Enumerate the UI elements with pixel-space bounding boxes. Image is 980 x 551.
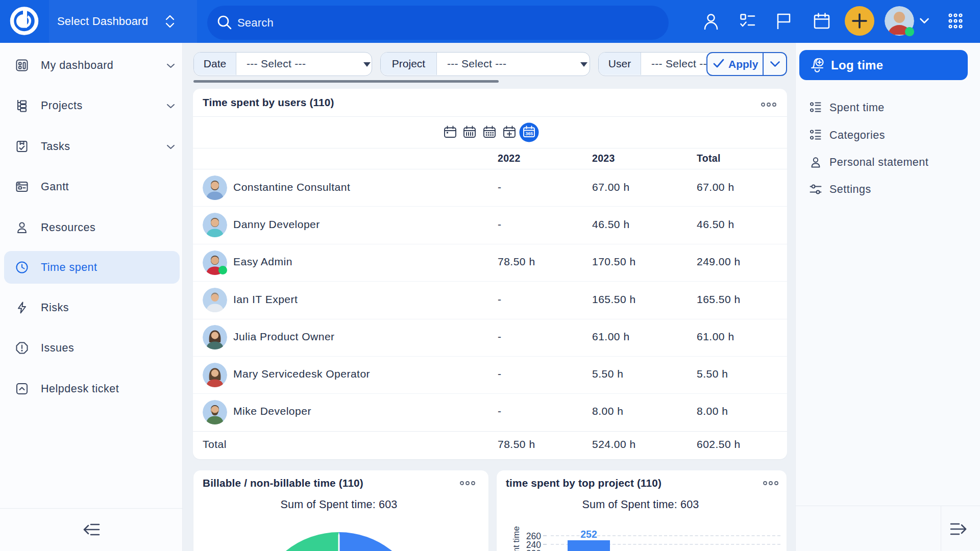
svg-text:365: 365 — [525, 131, 533, 136]
